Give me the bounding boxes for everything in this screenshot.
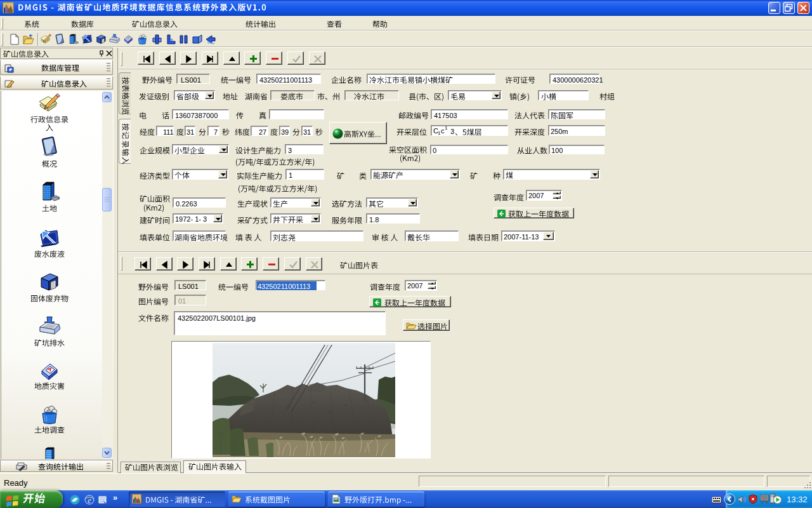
- svg-text:e: e: [88, 495, 91, 505]
